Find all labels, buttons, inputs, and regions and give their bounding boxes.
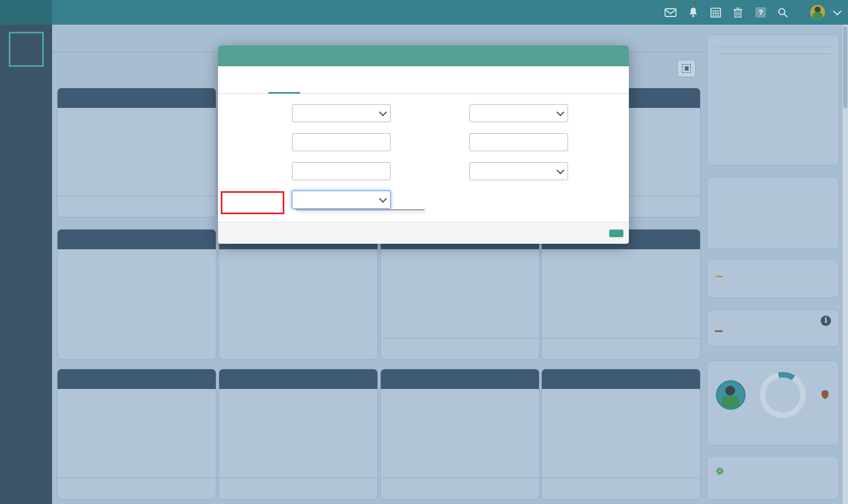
trash-icon[interactable] [731,6,744,19]
modal-tabs [218,66,629,94]
annotation-highlight [221,191,284,214]
points-progress-ring [760,372,806,418]
add-class-modal [218,45,629,244]
todo-panel [707,177,839,249]
chevron-down-icon [379,195,387,203]
course-types-pie-panel [541,229,701,360]
organization-select[interactable] [469,162,568,180]
groups-by-style-chart [58,249,216,331]
announcements-panel [707,456,839,500]
courses-by-type-chart [219,249,378,331]
grading-scale-select[interactable] [292,191,391,209]
groups-by-style-panel [57,229,216,360]
api-chart [381,389,540,471]
search-icon[interactable] [776,6,789,19]
courses-chart [219,389,378,471]
layout-icon [682,64,691,73]
shield-icon [820,389,830,400]
notifications-badge [693,2,697,3]
notifications-icon[interactable] [686,6,700,19]
credits-input[interactable] [292,162,391,180]
help-icon[interactable]: ? [754,6,767,19]
chevron-down-icon [557,167,564,174]
trial-panel [380,229,540,360]
calendar-icon[interactable] [709,6,722,19]
timezone-select[interactable] [469,104,568,122]
minus-icon [715,330,723,332]
email-panel [541,369,701,500]
email-chart [542,389,701,471]
info-icon[interactable]: i [821,316,831,326]
compliance-panel: ∼ [707,259,839,298]
calendar-panel [707,35,839,165]
demo-content-panel: i [707,310,839,347]
chevron-down-icon [379,108,387,116]
paths-chart [58,389,216,471]
customize-dashboard-button[interactable] [677,60,696,77]
messages-badge [671,2,675,3]
avatar[interactable] [810,5,825,20]
courses-panel [219,369,378,500]
course-types-pie-chart [542,249,701,331]
course-input[interactable] [292,133,391,151]
api-panel [380,369,540,500]
svg-text:?: ? [758,8,763,16]
grading-scale-dropdown [296,209,425,210]
chevron-down-icon[interactable] [833,7,842,16]
topbar-logo-block [0,0,52,25]
calendar-day-headers [715,44,831,47]
left-sidebar [0,25,52,504]
learners-panel [57,88,216,217]
fine-edge-logo[interactable] [9,32,44,67]
active-tab-underline [268,92,300,94]
courses-by-type-panel [219,229,378,360]
section-input[interactable] [469,133,568,151]
learners-chart [58,108,216,190]
language-select[interactable] [292,104,391,122]
gear-icon [715,466,725,476]
site-wide-game-panel [707,360,839,445]
top-bar: ? [0,0,848,25]
save-button[interactable] [609,230,623,237]
messages-icon[interactable] [664,6,677,19]
scrollbar-thumb[interactable] [843,26,847,108]
game-avatar [716,380,746,410]
paths-panel [57,369,216,500]
tilde-icon: ∼ [715,270,724,283]
chevron-down-icon [557,108,564,116]
